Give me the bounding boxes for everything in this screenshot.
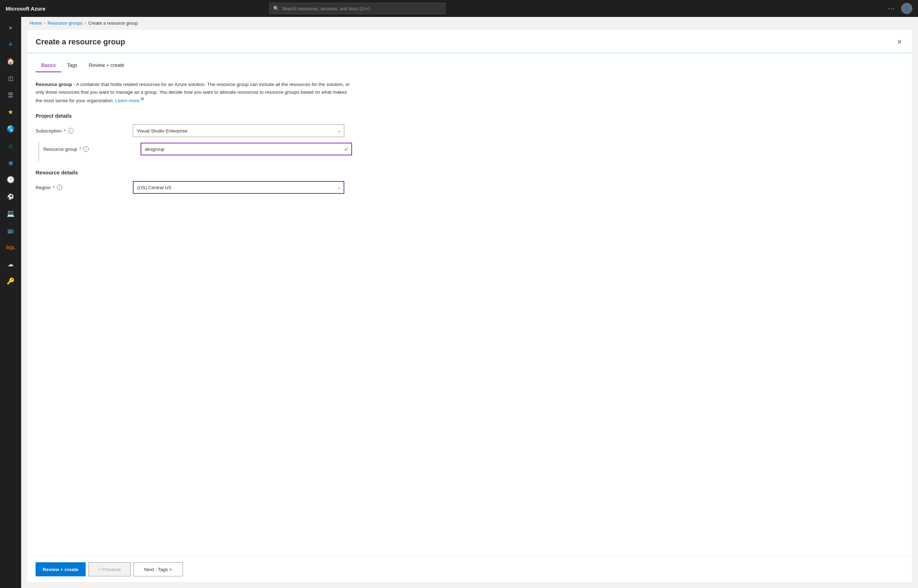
breadcrumb-current: Create a resource group <box>88 21 138 26</box>
project-details-section: Project details Subscription * i Visual … <box>36 113 903 161</box>
indent-bar <box>39 143 39 161</box>
resource-group-label-wrap: Resource group * i <box>44 146 135 152</box>
sidebar-item-global[interactable]: 🌎 <box>2 121 19 137</box>
more-options-icon[interactable]: ⋯ <box>888 4 895 13</box>
description-text: Resource group - A container that holds … <box>36 81 353 104</box>
tabs-bar: Basics Tags Review + create <box>27 59 912 72</box>
sidebar-item-dashboard[interactable]: ◫ <box>2 71 19 86</box>
breadcrumb-resource-groups[interactable]: Resource groups <box>48 21 82 26</box>
next-tags-button[interactable]: Next : Tags > <box>134 562 183 577</box>
subscription-select-wrapper: Visual Studio Enterprise ⌄ <box>133 124 344 137</box>
resource-group-input-wrap: ✓ <box>141 143 352 155</box>
resource-group-row: Resource group * i ✓ <box>44 143 903 155</box>
subscription-row: Subscription * i Visual Studio Enterpris… <box>36 124 903 137</box>
subscription-control: Visual Studio Enterprise ⌄ <box>133 124 344 137</box>
resource-group-input[interactable] <box>141 143 352 155</box>
learn-more-link[interactable]: Learn more <box>115 98 139 103</box>
resource-details-title: Resource details <box>36 170 903 176</box>
sidebar-item-recent[interactable]: 🕐 <box>2 172 19 187</box>
region-row: Region * i (US) Central US ⌄ <box>36 181 903 194</box>
resource-group-required: * <box>79 147 81 152</box>
resource-group-label: Resource group <box>44 147 77 152</box>
resource-group-control: ✓ <box>141 143 352 155</box>
sidebar-item-kubernetes[interactable]: ⚽ <box>2 189 19 204</box>
search-icon: 🔍 <box>273 6 279 11</box>
tab-tags[interactable]: Tags <box>61 59 83 72</box>
sidebar-item-new[interactable]: + <box>2 37 19 52</box>
previous-button[interactable]: < Previous <box>89 562 131 577</box>
region-label: Region <box>36 185 51 190</box>
sidebar-item-marketplace[interactable]: ▣ <box>2 155 19 171</box>
breadcrumb: Home › Resource groups › Create a resour… <box>21 17 918 29</box>
avatar[interactable]: 👤 <box>901 3 912 14</box>
region-control: (US) Central US ⌄ <box>133 181 344 194</box>
sidebar-item-sql[interactable]: SQL <box>2 239 19 255</box>
resource-group-indent: Resource group * i ✓ <box>36 143 903 161</box>
region-select[interactable]: (US) Central US <box>133 181 344 194</box>
dashed-divider <box>27 53 912 53</box>
sidebar-item-home[interactable]: 🏠 <box>2 53 19 69</box>
region-label-wrap: Region * i <box>36 184 127 190</box>
sidebar-item-vm[interactable]: 💻 <box>2 206 19 221</box>
resource-details-section: Resource details Region * i (US) Central… <box>36 170 903 194</box>
sidebar-item-all-services[interactable]: ☰ <box>2 87 19 103</box>
subscription-label: Subscription <box>36 128 61 134</box>
resource-group-info-icon[interactable]: i <box>83 146 89 152</box>
tab-basics[interactable]: Basics <box>36 59 61 72</box>
sidebar-expand[interactable]: » <box>2 20 19 35</box>
sidebar-item-resources[interactable]: ◇ <box>2 138 19 153</box>
sidebar-item-vm2[interactable]: 📺 <box>2 223 19 238</box>
subscription-label-wrap: Subscription * i <box>36 128 127 134</box>
project-details-title: Project details <box>36 113 903 119</box>
top-nav-right: ⋯ 👤 <box>888 3 912 14</box>
top-nav: Microsoft Azure 🔍 ⋯ 👤 <box>0 0 918 17</box>
tab-review-create[interactable]: Review + create <box>83 59 130 72</box>
search-bar[interactable]: 🔍 <box>269 3 445 14</box>
sidebar-item-key[interactable]: 🔑 <box>2 273 19 289</box>
close-button[interactable]: ✕ <box>895 37 903 47</box>
search-input[interactable] <box>282 6 441 11</box>
sidebar: » + 🏠 ◫ ☰ ★ 🌎 ◇ ▣ 🕐 ⚽ 💻 📺 SQL ☁ 🔑 <box>0 17 21 588</box>
subscription-required: * <box>64 128 66 134</box>
resource-group-valid-icon: ✓ <box>344 146 349 153</box>
content-area: Home › Resource groups › Create a resour… <box>21 17 918 588</box>
region-required: * <box>53 185 55 190</box>
main-panel: Create a resource group ✕ Basics Tags Re… <box>27 29 912 582</box>
form-area: Resource group - A container that holds … <box>27 72 912 556</box>
app-logo: Microsoft Azure <box>6 6 45 11</box>
breadcrumb-home[interactable]: Home <box>30 21 42 26</box>
main-layout: » + 🏠 ◫ ☰ ★ 🌎 ◇ ▣ 🕐 ⚽ 💻 📺 SQL ☁ 🔑 Home ›… <box>0 17 918 588</box>
sidebar-item-favorites[interactable]: ★ <box>2 104 19 120</box>
subscription-select[interactable]: Visual Studio Enterprise <box>133 124 344 137</box>
panel-header: Create a resource group ✕ <box>27 30 912 53</box>
subscription-info-icon[interactable]: i <box>68 128 74 134</box>
region-info-icon[interactable]: i <box>57 184 62 190</box>
review-create-button[interactable]: Review + create <box>36 562 86 577</box>
page-title: Create a resource group <box>36 37 125 47</box>
bottom-bar: Review + create < Previous Next : Tags > <box>27 556 912 582</box>
region-select-wrapper: (US) Central US ⌄ <box>133 181 344 194</box>
external-link-icon: ⧉ <box>141 97 144 101</box>
sidebar-item-cloud[interactable]: ☁ <box>2 257 19 272</box>
